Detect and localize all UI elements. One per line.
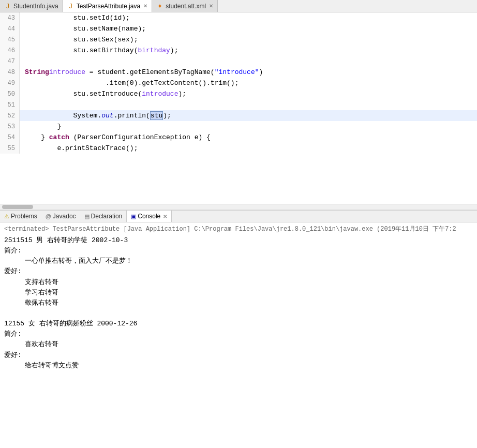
line-number: 43 [0, 12, 20, 23]
panel-tab-javadoc-label: Javadoc [53, 213, 76, 220]
console-output-line-10: 简介: [4, 329, 473, 339]
tab-testparse-close[interactable]: ✕ [143, 3, 147, 9]
line-number: 54 [0, 132, 20, 143]
horizontal-scrollbar[interactable] [0, 204, 477, 210]
console-output-line-3: 一心单推右转哥，面入大厂不是梦！ [4, 256, 473, 266]
code-line-47: 47 [0, 56, 477, 67]
line-number: 50 [0, 88, 20, 99]
scroll-thumb[interactable] [2, 205, 33, 209]
panel-tab-javadoc[interactable]: @ Javadoc [41, 211, 80, 222]
code-line-51: 51 [0, 99, 477, 110]
console-terminated-line: <terminated> TestParseAttribute [Java Ap… [4, 225, 473, 233]
code-line-54: 54 } catch (ParserConfigurationException… [0, 132, 477, 143]
code-line-44: 44 stu.setName(name); [0, 23, 477, 34]
panel-tab-bar: ⚠ Problems @ Javadoc ▤ Declaration ▣ Con… [0, 210, 477, 222]
console-icon: ▣ [131, 213, 136, 220]
console-output-line-12: 爱好: [4, 350, 473, 361]
line-content: stu.setId(id); [20, 12, 130, 23]
console-output-line-7: 敬佩右转哥 [4, 298, 473, 308]
code-line-45: 45 stu.setSex(sex); [0, 34, 477, 45]
panel-tab-console-label: Console [138, 213, 160, 220]
console-output-line-5: 支持右转哥 [4, 277, 473, 288]
tab-testparse[interactable]: J TestParseAttribute.java ✕ [63, 0, 152, 12]
console-output-line-1: 2511515 男 右转哥的学徒 2002-10-3 [4, 235, 473, 246]
tab-studentxml-close[interactable]: ✕ [209, 3, 213, 9]
code-line-50: 50 stu.setIntroduce(introduce); [0, 88, 477, 99]
tab-testparse-label: TestParseAttribute.java [77, 3, 140, 10]
line-number: 55 [0, 143, 20, 154]
tab-studentinfo-label: StudentInfo.java [13, 3, 58, 10]
line-number: 52 [0, 110, 20, 121]
line-content [20, 99, 25, 110]
code-line-52: 52 System.out.println(stu); [0, 110, 477, 121]
line-number: 48 [0, 67, 20, 78]
line-content: String introduce = student.getElementsBy… [20, 67, 263, 78]
java-icon: J [4, 3, 11, 10]
java-icon-2: J [67, 3, 74, 10]
line-number: 49 [0, 78, 20, 88]
javadoc-icon: @ [46, 213, 51, 219]
console-output-line-4: 爱好: [4, 266, 473, 277]
console-output-line-9: 12155 女 右转哥的病娇粉丝 2000-12-26 [4, 319, 473, 329]
line-number: 44 [0, 23, 20, 34]
code-lines-container: 43 stu.setId(id); 44 stu.setName(name); … [0, 12, 477, 154]
line-content: stu.setIntroduce(introduce); [20, 88, 186, 99]
editor-tab-bar: J StudentInfo.java J TestParseAttribute.… [0, 0, 477, 12]
line-content: stu.setBirthday(birthday); [20, 45, 178, 56]
console-output-area: <terminated> TestParseAttribute [Java Ap… [0, 222, 477, 448]
line-number: 51 [0, 99, 20, 110]
line-content: } catch (ParserConfigurationException e)… [20, 132, 211, 143]
line-content: } [20, 121, 61, 132]
panel-tab-console[interactable]: ▣ Console ✕ [126, 211, 172, 222]
code-line-49: 49 .item(0).getTextContent().trim(); [0, 78, 477, 88]
declaration-icon: ▤ [84, 213, 90, 220]
console-tab-close[interactable]: ✕ [163, 214, 167, 219]
console-output-line-2: 简介: [4, 246, 473, 256]
line-number: 53 [0, 121, 20, 132]
line-content: System.out.println(stu); [20, 110, 171, 121]
console-output-line-8 [4, 308, 473, 319]
xml-icon: ✦ [156, 3, 163, 10]
code-editor: 43 stu.setId(id); 44 stu.setName(name); … [0, 12, 477, 204]
line-number: 45 [0, 34, 20, 45]
panel-tab-declaration-label: Declaration [91, 213, 123, 220]
problems-icon: ⚠ [4, 213, 9, 220]
line-content: e.printStackTrace(); [20, 143, 138, 154]
code-line-43: 43 stu.setId(id); [0, 12, 477, 23]
tab-studentxml[interactable]: ✦ student.att.xml ✕ [152, 0, 218, 12]
code-line-53: 53 } [0, 121, 477, 132]
panel-tab-declaration[interactable]: ▤ Declaration [80, 211, 127, 222]
line-content: stu.setSex(sex); [20, 34, 138, 45]
console-output-line-13: 给右转哥博文点赞 [4, 361, 473, 371]
line-content: stu.setName(name); [20, 23, 146, 34]
console-output-line-11: 喜欢右转哥 [4, 339, 473, 350]
code-line-55: 55 e.printStackTrace(); [0, 143, 477, 154]
code-line-48: 48 String introduce = student.getElement… [0, 67, 477, 78]
tab-studentxml-label: student.att.xml [166, 3, 206, 10]
line-content: .item(0).getTextContent().trim(); [20, 78, 238, 88]
panel-tab-problems-label: Problems [11, 213, 37, 220]
line-number: 47 [0, 56, 20, 67]
panel-tab-problems[interactable]: ⚠ Problems [0, 211, 41, 222]
line-content [20, 56, 25, 67]
console-output-line-6: 学习右转哥 [4, 288, 473, 298]
code-line-46: 46 stu.setBirthday(birthday); [0, 45, 477, 56]
tab-studentinfo[interactable]: J StudentInfo.java [0, 0, 63, 12]
line-number: 46 [0, 45, 20, 56]
